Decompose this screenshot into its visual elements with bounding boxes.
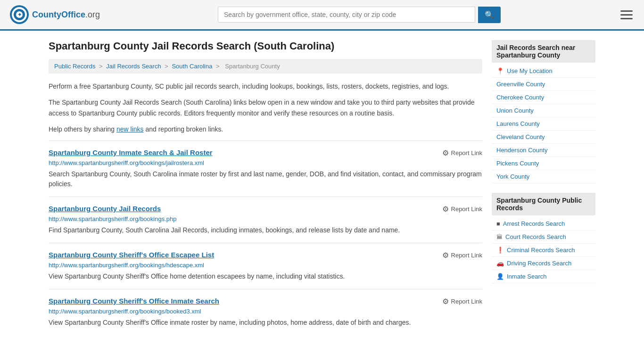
nearby-link-7[interactable]: York County xyxy=(492,170,595,183)
nearby-link-5[interactable]: Henderson County xyxy=(492,144,595,157)
nearby-links: Greenville CountyCherokee CountyUnion Co… xyxy=(492,78,595,183)
menu-line xyxy=(620,10,633,12)
result-desc-3: View Spartanburg County Sheriff's Office… xyxy=(49,318,482,328)
result-item-3: Spartanburg County Sheriff's Office Inma… xyxy=(49,289,482,335)
breadcrumb-sep: > xyxy=(216,63,221,70)
public-records-heading: Spartanburg County Public Records xyxy=(492,193,595,215)
result-desc-2: View Spartanburg County Sheriff's Office… xyxy=(49,272,482,281)
nearby-link-4[interactable]: Cleveland County xyxy=(492,131,595,144)
nearby-section: Jail Records Search near Spartanburg Cou… xyxy=(492,40,595,183)
logo-area: ✦ CountyOffice.org xyxy=(9,5,100,25)
desc-1: Perform a free Spartanburg County, SC pu… xyxy=(49,81,482,91)
public-records-section: Spartanburg County Public Records ■Arres… xyxy=(492,193,595,283)
report-label-3: Report Link xyxy=(451,298,482,305)
sidebar: Jail Records Search near Spartanburg Cou… xyxy=(492,40,595,335)
breadcrumb-public-records[interactable]: Public Records xyxy=(54,63,95,70)
result-url-1[interactable]: http://www.spartanburgsheriff.org/bookin… xyxy=(49,215,482,222)
result-url-0[interactable]: http://www.spartanburgsheriff.org/bookin… xyxy=(49,159,482,166)
breadcrumb-sep: > xyxy=(165,63,170,70)
breadcrumb-south-carolina[interactable]: South Carolina xyxy=(172,63,212,70)
logo-icon: ✦ xyxy=(9,5,29,25)
results-list: Spartanburg County Inmate Search & Jail … xyxy=(49,140,482,335)
public-records-link-0[interactable]: ■Arrest Records Search xyxy=(492,217,595,230)
report-icon-3: ⚙ xyxy=(442,297,449,306)
report-link-0[interactable]: ⚙ Report Link xyxy=(442,148,482,157)
report-label-2: Report Link xyxy=(451,252,482,259)
use-location-label: Use My Location xyxy=(507,67,553,74)
result-url-3[interactable]: http://www.spartanburgsheriff.org/bookin… xyxy=(49,308,482,315)
nearby-heading: Jail Records Search near Spartanburg Cou… xyxy=(492,40,595,63)
search-icon: 🔍 xyxy=(485,11,494,19)
menu-button[interactable] xyxy=(619,8,635,21)
svg-text:✦: ✦ xyxy=(17,12,22,17)
report-label-1: Report Link xyxy=(451,206,482,213)
result-item-2: Spartanburg County Sheriff's Office Esca… xyxy=(49,243,482,289)
pr-label-0: Arrest Records Search xyxy=(503,220,565,227)
search-input[interactable] xyxy=(218,7,475,23)
result-item-1: Spartanburg County Jail Records ⚙ Report… xyxy=(49,197,482,243)
breadcrumb: Public Records > Jail Records Search > S… xyxy=(49,59,482,74)
public-records-link-4[interactable]: 👤Inmate Search xyxy=(492,270,595,283)
result-title-1[interactable]: Spartanburg County Jail Records xyxy=(49,205,161,213)
page-title: Spartanburg County Jail Records Search (… xyxy=(49,40,482,52)
pr-icon-0: ■ xyxy=(496,220,500,227)
pr-icon-1: 🏛 xyxy=(496,233,503,240)
menu-line xyxy=(620,14,633,16)
pr-label-1: Court Records Search xyxy=(505,233,566,240)
nearby-link-2[interactable]: Union County xyxy=(492,104,595,117)
pr-label-3: Driving Records Search xyxy=(507,260,571,267)
pr-icon-3: 🚗 xyxy=(496,260,504,267)
content-area: Spartanburg County Jail Records Search (… xyxy=(49,40,482,335)
desc-2: The Spartanburg County Jail Records Sear… xyxy=(49,97,482,118)
use-location-link[interactable]: 📍 Use My Location xyxy=(492,65,595,78)
nearby-link-3[interactable]: Laurens County xyxy=(492,117,595,131)
public-records-links: ■Arrest Records Search🏛Court Records Sea… xyxy=(492,217,595,283)
result-title-3[interactable]: Spartanburg County Sheriff's Office Inma… xyxy=(49,297,219,305)
main-container: Spartanburg County Jail Records Search (… xyxy=(39,31,605,345)
report-link-2[interactable]: ⚙ Report Link xyxy=(442,251,482,260)
search-button[interactable]: 🔍 xyxy=(478,7,501,23)
search-area: 🔍 xyxy=(218,7,501,23)
report-icon-2: ⚙ xyxy=(442,251,449,260)
report-link-1[interactable]: ⚙ Report Link xyxy=(442,205,482,214)
report-icon-0: ⚙ xyxy=(442,148,449,157)
report-icon-1: ⚙ xyxy=(442,205,449,214)
result-title-0[interactable]: Spartanburg County Inmate Search & Jail … xyxy=(49,148,213,156)
nearby-link-6[interactable]: Pickens County xyxy=(492,157,595,170)
breadcrumb-jail-records[interactable]: Jail Records Search xyxy=(106,63,161,70)
header: ✦ CountyOffice.org 🔍 xyxy=(0,0,644,31)
location-icon: 📍 xyxy=(496,67,504,74)
pr-icon-2: ❗ xyxy=(496,247,504,254)
new-links-link[interactable]: new links xyxy=(116,125,144,133)
desc-3: Help others by sharing new links and rep… xyxy=(49,124,482,134)
pr-label-4: Inmate Search xyxy=(507,273,547,280)
public-records-link-2[interactable]: ❗Criminal Records Search xyxy=(492,244,595,257)
pr-label-2: Criminal Records Search xyxy=(507,247,575,254)
breadcrumb-sep: > xyxy=(99,63,104,70)
menu-line xyxy=(620,18,633,19)
public-records-link-1[interactable]: 🏛Court Records Search xyxy=(492,230,595,244)
result-item-0: Spartanburg County Inmate Search & Jail … xyxy=(49,140,482,197)
nearby-link-1[interactable]: Cherokee County xyxy=(492,91,595,104)
public-records-link-3[interactable]: 🚗Driving Records Search xyxy=(492,257,595,270)
nearby-link-0[interactable]: Greenville County xyxy=(492,78,595,91)
result-title-2[interactable]: Spartanburg County Sheriff's Office Esca… xyxy=(49,251,214,259)
report-link-3[interactable]: ⚙ Report Link xyxy=(442,297,482,306)
breadcrumb-current: Spartanburg County xyxy=(225,63,280,70)
result-url-2[interactable]: http://www.spartanburgsheriff.org/bookin… xyxy=(49,262,482,269)
result-desc-0: Search Spartanburg County, South Carolin… xyxy=(49,169,482,189)
logo-text: CountyOffice.org xyxy=(32,10,100,20)
report-label-0: Report Link xyxy=(451,149,482,156)
pr-icon-4: 👤 xyxy=(496,273,504,280)
result-desc-1: Find Spartanburg County, South Carolina … xyxy=(49,225,482,235)
